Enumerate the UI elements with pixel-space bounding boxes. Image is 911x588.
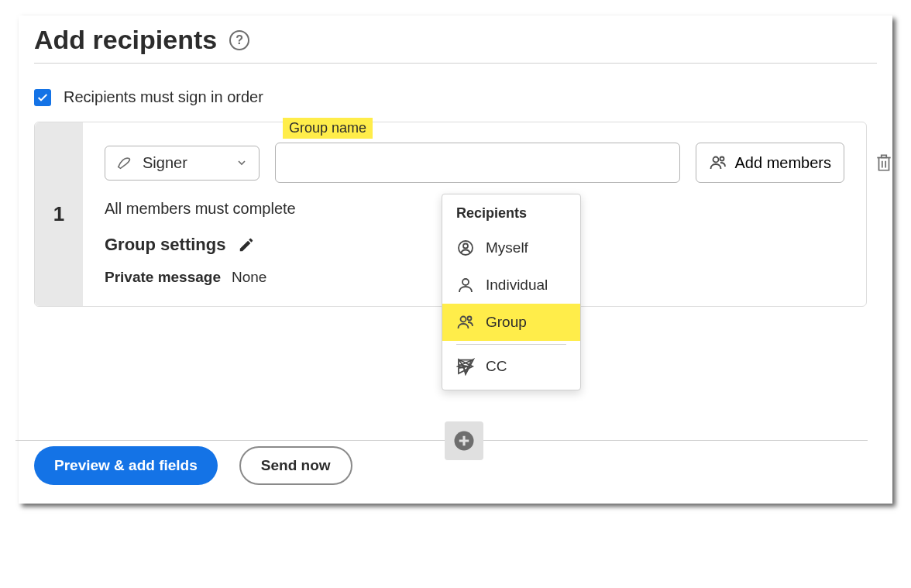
dropdown-item-cc[interactable]: CC [442,348,580,385]
dropdown-item-individual[interactable]: Individual [442,266,580,304]
person-icon [456,276,475,294]
svg-point-0 [713,157,718,163]
dropdown-item-label: CC [486,358,507,375]
recipients-dropdown: Recipients Myself Individual Group C [442,194,581,390]
plus-circle-icon [452,429,476,452]
role-label: Signer [143,154,226,172]
svg-point-5 [461,317,466,322]
add-divider [15,440,868,441]
sign-order-checkbox[interactable] [34,89,51,106]
sign-order-label: Recipients must sign in order [64,88,263,106]
delete-recipient-button[interactable] [874,153,894,173]
add-recipient-button[interactable] [445,421,483,460]
svg-point-4 [462,279,469,285]
svg-point-1 [720,157,724,161]
help-icon[interactable]: ? [229,30,249,50]
private-message-value: None [232,269,266,286]
group-icon [456,313,475,332]
recipient-index-handle[interactable]: 1 [35,122,83,306]
chevron-down-icon [235,156,248,169]
dropdown-header: Recipients [442,199,580,229]
add-members-button[interactable]: Add members [696,143,845,183]
edit-icon[interactable] [238,236,255,253]
person-circle-icon [456,239,475,257]
send-icon [456,357,475,376]
trash-icon [874,153,894,173]
dropdown-item-label: Myself [486,239,528,256]
preview-add-fields-button[interactable]: Preview & add fields [34,446,218,485]
dropdown-item-myself[interactable]: Myself [442,229,580,266]
add-members-label: Add members [735,154,832,172]
private-message-label: Private message [105,269,221,286]
group-name-label: Group name [283,118,373,139]
group-icon [709,153,727,172]
group-settings-label: Group settings [105,235,225,255]
page-title: Add recipients [34,25,217,55]
dropdown-item-group[interactable]: Group [442,304,580,341]
group-name-input[interactable] [275,143,680,183]
svg-point-6 [468,317,472,321]
pen-icon [116,154,133,171]
dropdown-item-label: Individual [486,277,548,294]
dropdown-item-label: Group [486,314,527,331]
dropdown-divider [456,344,566,345]
send-now-button[interactable]: Send now [239,446,352,485]
svg-point-3 [463,244,468,249]
role-select[interactable]: Signer [105,146,260,181]
